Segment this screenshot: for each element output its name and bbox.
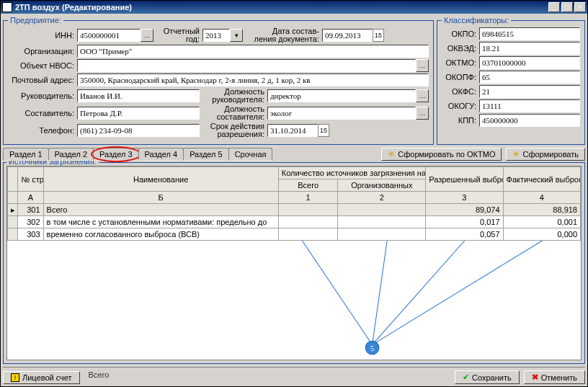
- head-pos-input[interactable]: [267, 89, 416, 102]
- okpo-input[interactable]: [479, 27, 580, 40]
- company-fieldset: Предприятие: ИНН: … Отчетныйгод: ▾ Дата …: [3, 16, 434, 145]
- head-pos-label: Должностьруководителя:: [200, 88, 267, 104]
- svg-point-4: [365, 341, 379, 355]
- app-icon: [2, 2, 12, 12]
- addr-input[interactable]: [77, 74, 429, 86]
- docdate-label: Дата состав-ления документа:: [243, 27, 322, 43]
- kpp-label: КПП:: [442, 116, 479, 125]
- col-b: Б: [43, 192, 278, 204]
- cancel-button[interactable]: ✖Отменить: [524, 370, 585, 384]
- oktmo-label: ОКТМО:: [442, 58, 479, 67]
- okfs-label: ОКФС:: [442, 87, 479, 96]
- kpp-input[interactable]: [479, 114, 580, 127]
- okved-label: ОКВЭД:: [442, 44, 479, 53]
- permit-calendar-icon[interactable]: 15: [318, 124, 329, 137]
- svg-line-2: [373, 241, 465, 344]
- okpo-label: ОКПО:: [442, 30, 479, 38]
- account-button[interactable]: !Лицевой счет: [3, 371, 80, 384]
- author-pos-input[interactable]: [267, 107, 416, 120]
- org-label: Организация:: [8, 47, 77, 55]
- inn-label: ИНН:: [8, 31, 77, 40]
- window-title: 2ТП воздух (Редактирование): [15, 3, 547, 12]
- table-row[interactable]: ▸ 301 Всего 89,074 88,918: [8, 204, 581, 216]
- col-actual: Фактический выброс веществ, тонн: [503, 167, 580, 192]
- okopf-label: ОКОПФ:: [442, 73, 479, 81]
- okved-input[interactable]: [479, 42, 580, 55]
- svg-line-0: [302, 241, 372, 344]
- oktmo-input[interactable]: [479, 56, 580, 69]
- col-2: 2: [338, 192, 426, 204]
- okopf-input[interactable]: [479, 71, 580, 84]
- author-input[interactable]: [77, 107, 200, 120]
- app-window: 2ТП воздух (Редактирование) _ □ × Предпр…: [0, 0, 588, 387]
- footer-bar: !Лицевой счет Всего ✔Сохранить ✖Отменить: [3, 367, 585, 384]
- col-1: 1: [278, 192, 338, 204]
- col-count-group: Количество источников загрязнения на кон…: [278, 167, 425, 179]
- tab-section-4[interactable]: Раздел 4: [138, 148, 184, 161]
- gear-icon: ✳: [512, 149, 520, 159]
- tab-section-2[interactable]: Раздел 2: [48, 148, 94, 161]
- year-label: Отчетныйгод:: [153, 27, 202, 43]
- object-lookup-button[interactable]: …: [416, 59, 429, 72]
- tab-section-3[interactable]: Раздел 3: [93, 148, 139, 161]
- svg-text:5: 5: [370, 344, 374, 352]
- status-label: Всего: [89, 370, 110, 379]
- title-bar: 2ТП воздух (Редактирование) _ □ ×: [1, 1, 587, 14]
- close-button[interactable]: ×: [574, 2, 586, 12]
- sources-grid[interactable]: № стр. Наименование Количество источнико…: [6, 166, 582, 360]
- tab-section-5[interactable]: Раздел 5: [183, 148, 229, 161]
- object-input[interactable]: [77, 59, 416, 72]
- col-3: 3: [426, 192, 503, 204]
- year-input[interactable]: [202, 29, 230, 42]
- tab-section-1[interactable]: Раздел 1: [3, 148, 49, 161]
- inn-lookup-button[interactable]: …: [141, 29, 153, 42]
- gear-icon: ✳: [388, 149, 395, 159]
- author-pos-lookup-button[interactable]: …: [416, 107, 429, 120]
- form-by-oktmo-button[interactable]: ✳Сформировать по ОКТМО: [381, 148, 502, 161]
- tabs-bar: Раздел 1 Раздел 2 Раздел 3 Раздел 4 Разд…: [3, 148, 585, 161]
- head-label: Руководитель:: [8, 92, 77, 100]
- col-name: Наименование: [43, 167, 278, 192]
- tab-urgent[interactable]: Срочная: [228, 148, 273, 161]
- permit-input[interactable]: [267, 124, 318, 137]
- docdate-calendar-icon[interactable]: 15: [373, 29, 384, 42]
- okogu-label: ОКОГУ:: [442, 102, 479, 110]
- col-allowed: Разрешенный выброс веществ, тонн: [426, 167, 503, 192]
- form-button[interactable]: ✳Сформировать: [506, 148, 585, 161]
- docdate-input[interactable]: [322, 29, 373, 42]
- permit-label: Срок действияразрешения:: [200, 123, 267, 138]
- company-legend: Предприятие:: [8, 16, 63, 25]
- annotation-overlay: 5: [7, 241, 581, 360]
- table-row[interactable]: 302 в том числе с установленными нормати…: [8, 216, 581, 228]
- head-input[interactable]: [77, 89, 200, 102]
- close-icon: ✖: [532, 373, 538, 382]
- maximize-button[interactable]: □: [561, 2, 573, 12]
- addr-label: Почтовый адрес:: [8, 76, 77, 84]
- head-pos-lookup-button[interactable]: …: [416, 89, 429, 102]
- check-icon: ✔: [463, 373, 469, 382]
- org-input[interactable]: [77, 45, 429, 58]
- col-4: 4: [503, 192, 580, 204]
- col-total: Всего: [278, 179, 338, 192]
- okogu-input[interactable]: [479, 99, 580, 112]
- sources-fieldset: Источники загрязнения: № стр. Наименован…: [3, 162, 585, 364]
- phone-label: Телефон:: [8, 126, 77, 135]
- inn-input[interactable]: [77, 29, 141, 42]
- col-org: Организованных: [338, 179, 426, 192]
- table-row[interactable]: 303 временно согласованного выброса (ВСВ…: [8, 228, 581, 241]
- author-label: Составитель:: [8, 109, 77, 117]
- svg-line-1: [373, 241, 388, 344]
- warning-icon: !: [11, 373, 19, 382]
- year-spin-button[interactable]: ▾: [230, 29, 243, 42]
- object-label: Объект НВОС:: [8, 61, 77, 70]
- save-button[interactable]: ✔Сохранить: [455, 370, 520, 384]
- author-pos-label: Должностьсоставителя:: [200, 105, 267, 121]
- okfs-input[interactable]: [479, 85, 580, 98]
- col-no: № стр.: [18, 167, 43, 192]
- phone-input[interactable]: [77, 124, 200, 137]
- row-indicator-icon: ▸: [8, 204, 18, 216]
- col-a: А: [18, 192, 43, 204]
- minimize-button[interactable]: _: [548, 2, 560, 12]
- svg-line-3: [373, 241, 543, 344]
- classifiers-legend: Классификаторы:: [442, 16, 511, 25]
